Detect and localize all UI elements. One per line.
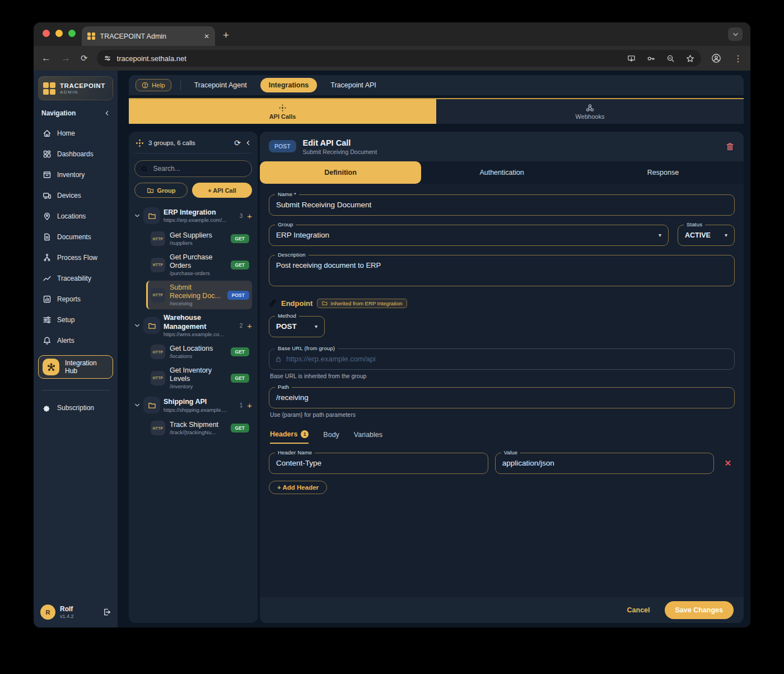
sidebar-item-inventory[interactable]: Inventory (38, 165, 113, 184)
chevron-down-icon[interactable] (134, 213, 140, 219)
tree-group-warehouse-management[interactable]: Warehouse Management https://wms.example… (134, 311, 252, 340)
add-call-icon[interactable]: + (247, 212, 252, 220)
tab-api-calls[interactable]: API Calls (129, 99, 436, 124)
subtab-body[interactable]: Body (323, 430, 339, 444)
window-zoom-button[interactable] (68, 30, 76, 37)
name-field[interactable]: Name * (269, 194, 735, 216)
path-field[interactable]: Path (269, 387, 735, 408)
integration-hub-icon (43, 359, 59, 375)
alerts-icon (42, 336, 52, 345)
chevron-down-icon: ▾ (725, 232, 727, 238)
tree-group-erp-integration[interactable]: ERP Integration https://erp.example.com/… (134, 204, 252, 227)
header-name-input[interactable] (269, 459, 488, 467)
header-value-input[interactable] (496, 459, 714, 467)
add-call-icon[interactable]: + (247, 401, 252, 410)
delete-api-call-icon[interactable] (725, 142, 735, 151)
link-icon (269, 299, 277, 307)
search-box[interactable] (134, 160, 252, 177)
add-header-button[interactable]: + Add Header (269, 481, 327, 494)
dashboards-icon (42, 149, 52, 159)
back-icon[interactable]: ← (41, 53, 51, 64)
top-navbar: Help Tracepoint Agent Integrations Trace… (129, 75, 744, 95)
inventory-icon (42, 170, 52, 179)
window-close-button[interactable] (43, 30, 50, 37)
app-root: TRACEPOINT ADMIN Navigation Home Dashboa… (34, 71, 750, 627)
webhooks-icon (586, 104, 594, 112)
add-group-button[interactable]: Group (134, 183, 188, 198)
tree-group-shipping-api[interactable]: Shipping API https://shipping.example...… (134, 394, 252, 416)
tab-response[interactable]: Response (582, 161, 744, 184)
sidebar-item-integration-hub[interactable]: Integration Hub (38, 355, 113, 379)
sidebar-item-alerts[interactable]: Alerts (38, 331, 113, 350)
tab-authentication[interactable]: Authentication (421, 161, 582, 184)
description-field[interactable]: Description Post receiving document to E… (269, 255, 735, 286)
header-name-field[interactable]: Header Name (269, 453, 488, 474)
name-input[interactable] (269, 201, 734, 209)
url-bar[interactable]: tracepoint.sethala.net (97, 50, 701, 67)
sidebar-item-reports[interactable]: Reports (38, 290, 113, 308)
sidebar-item-setup[interactable]: Setup (38, 310, 113, 329)
tree-call-get-purchase-orders[interactable]: HTTP Get Purchase Orders /purchase-order… (148, 250, 252, 279)
sidebar-item-dashboards[interactable]: Dashboards (38, 145, 113, 163)
chevron-down-icon[interactable] (134, 323, 140, 328)
collapse-sidebar-icon[interactable] (104, 110, 110, 116)
chevron-down-icon[interactable] (134, 402, 140, 408)
api-calls-icon (278, 104, 287, 112)
tree-call-get-inventory-levels[interactable]: HTTP Get Inventory Levels /inventory GET (148, 364, 252, 392)
sidebar-item-process-flow[interactable]: Process Flow (38, 248, 113, 267)
bookmark-star-icon[interactable] (686, 54, 694, 63)
tab-search-icon[interactable] (728, 27, 743, 41)
window-minimize-button[interactable] (55, 30, 63, 37)
save-changes-button[interactable]: Save Changes (665, 601, 734, 619)
refresh-icon[interactable]: ⟳ (234, 138, 241, 147)
tab-title: TRACEPOINT Admin (100, 32, 199, 40)
method-select[interactable]: Method POST ▾ (269, 316, 325, 337)
zoom-out-icon[interactable] (666, 54, 675, 63)
status-select[interactable]: Status ACTIVE ▾ (678, 225, 735, 246)
chevron-down-icon: ▾ (315, 323, 318, 329)
brand-title: TRACEPOINT (60, 82, 105, 90)
tab-definition[interactable]: Definition (260, 161, 421, 184)
tree-call-get-suppliers[interactable]: HTTP Get Suppliers /suppliers GET (148, 229, 252, 249)
sidebar-item-documents[interactable]: Documents (38, 227, 113, 246)
header-value-field[interactable]: Value (495, 453, 715, 474)
remove-header-icon[interactable]: ✕ (721, 458, 735, 468)
tab-webhooks[interactable]: Webhooks (436, 99, 744, 124)
forward-icon[interactable]: → (61, 53, 71, 64)
help-icon (142, 82, 148, 89)
site-settings-icon[interactable] (104, 54, 111, 62)
nav-tracepoint-api[interactable]: Tracepoint API (326, 81, 381, 89)
tree-call-track-shipment[interactable]: HTTP Track Shipment /track/{trackingNu..… (148, 418, 252, 438)
path-helper: Use {param} for path parameters (270, 411, 734, 418)
browser-menu-icon[interactable]: ⋮ (734, 53, 743, 64)
sidebar-item-traceability[interactable]: Traceability (38, 269, 113, 287)
sidebar-item-devices[interactable]: Devices (38, 186, 113, 204)
password-key-icon[interactable] (647, 54, 655, 63)
url-text[interactable]: tracepoint.sethala.net (117, 54, 622, 63)
reload-icon[interactable]: ⟳ (81, 53, 88, 63)
nav-integrations[interactable]: Integrations (260, 78, 318, 92)
collapse-panel-icon[interactable] (245, 140, 251, 146)
user-row[interactable]: R Rolf v1.4.2 (38, 602, 113, 620)
install-app-icon[interactable] (627, 54, 636, 63)
new-tab-button[interactable]: + (223, 29, 229, 41)
subtab-headers[interactable]: Headers 1 (270, 430, 309, 444)
add-call-icon[interactable]: + (247, 322, 252, 330)
tree-call-get-locations[interactable]: HTTP Get Locations /locations GET (148, 342, 252, 362)
sidebar-item-subscription[interactable]: Subscription (38, 398, 113, 417)
browser-tab[interactable]: TRACEPOINT Admin ✕ (82, 26, 215, 46)
sidebar-item-home[interactable]: Home (38, 124, 113, 142)
sidebar-item-locations[interactable]: Locations (38, 207, 113, 225)
tree-call-submit-receiving-doc[interactable]: HTTP Submit Receiving Doc... /receiving … (146, 281, 252, 309)
group-select[interactable]: Group ERP Integration ▾ (269, 225, 669, 246)
path-input[interactable] (269, 393, 734, 402)
add-api-call-button[interactable]: + API Call (192, 183, 252, 198)
help-button[interactable]: Help (136, 79, 171, 91)
subtab-variables[interactable]: Variables (354, 430, 382, 444)
logout-icon[interactable] (102, 608, 111, 616)
cancel-button[interactable]: Cancel (627, 606, 650, 614)
nav-tracepoint-agent[interactable]: Tracepoint Agent (190, 81, 251, 89)
search-input[interactable] (152, 164, 245, 173)
profile-icon[interactable] (711, 53, 721, 63)
tab-close-icon[interactable]: ✕ (204, 32, 209, 40)
